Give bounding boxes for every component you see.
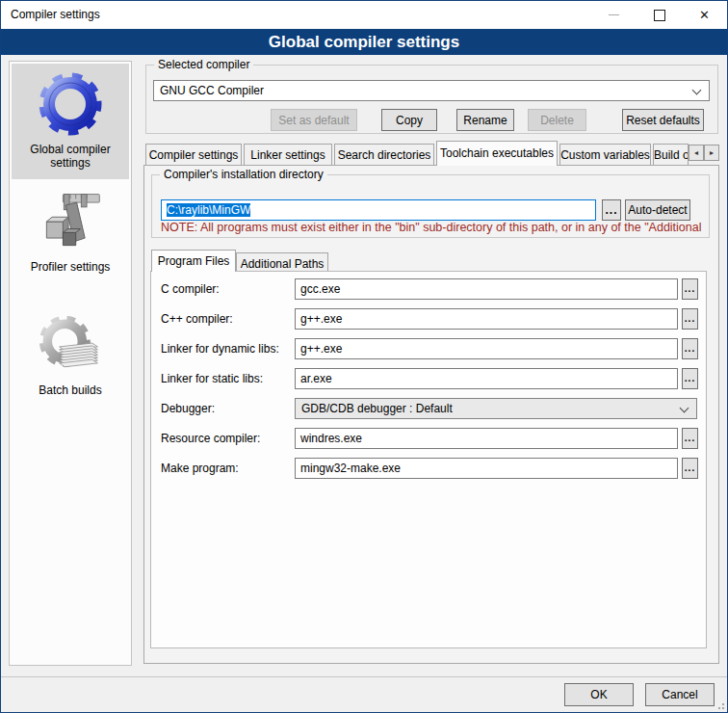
linker-for-dynamic-libs-label: Linker for dynamic libs: — [161, 342, 279, 356]
linker-for-static-libs-input[interactable]: ar.exe — [295, 368, 678, 389]
tab-compiler-settings[interactable]: Compiler settings — [145, 144, 242, 166]
minimize-button[interactable] — [591, 1, 637, 29]
sidebar-item-label: Profiler settings — [12, 258, 129, 276]
linker-for-static-libs-browse-button[interactable]: ... — [682, 368, 698, 389]
tab-toolchain-executables[interactable]: Toolchain executables — [436, 141, 558, 166]
tab-linker-settings[interactable]: Linker settings — [244, 144, 332, 166]
chevron-down-icon — [680, 404, 689, 413]
copy-button[interactable]: Copy — [381, 109, 437, 131]
tab-scroll-left-button[interactable]: ◂ — [689, 145, 704, 161]
tab-search-directories[interactable]: Search directories — [334, 144, 434, 166]
maximize-button[interactable] — [637, 1, 682, 29]
selected-compiler-group-label: Selected compiler — [154, 58, 253, 71]
sidebar-item-label: Batch builds — [12, 382, 129, 399]
c-compiler-label: C compiler: — [161, 282, 220, 296]
compiler-settings-window: Compiler settings ✕ Global compiler sett… — [0, 0, 728, 713]
window-controls: ✕ — [591, 1, 727, 29]
tab-additional-paths[interactable]: Additional Paths — [236, 252, 328, 272]
c-compiler-label: C++ compiler: — [161, 312, 233, 326]
installation-directory-browse-button[interactable]: ... — [602, 199, 621, 221]
set-as-default-button[interactable]: Set as default — [271, 109, 357, 131]
sidebar-item-global-compiler-settings[interactable]: Global compiler settings — [12, 64, 129, 179]
titlebar: Compiler settings ✕ — [1, 1, 727, 29]
sidebar-item-label: Global compiler settings — [12, 141, 129, 172]
compiler-select-value: GNU GCC Compiler — [160, 84, 264, 97]
c-compiler-input[interactable]: gcc.exe — [295, 278, 678, 300]
sidebar-item-profiler-settings[interactable]: Profiler settings — [12, 181, 129, 285]
maximize-icon — [654, 10, 665, 21]
linker-for-dynamic-libs-browse-button[interactable]: ... — [682, 338, 698, 359]
tab-custom-variables[interactable]: Custom variables — [559, 144, 651, 166]
window-title: Compiler settings — [11, 1, 100, 29]
dialog-header-title: Global compiler settings — [269, 33, 459, 52]
minimize-icon — [609, 14, 619, 15]
caliper-icon — [36, 187, 105, 256]
make-program-browse-button[interactable]: ... — [682, 458, 698, 479]
gray-gear-stack-icon — [36, 310, 105, 380]
rename-button[interactable]: Rename — [456, 109, 514, 131]
reset-defaults-button[interactable]: Reset defaults — [622, 109, 704, 131]
auto-detect-button[interactable]: Auto-detect — [625, 199, 690, 221]
chevron-down-icon — [692, 86, 702, 95]
installation-directory-value: C:\raylib\MinGW — [167, 203, 250, 217]
tab-program-files[interactable]: Program Files — [151, 250, 236, 272]
c-compiler-input[interactable]: g++.exe — [295, 308, 678, 330]
linker-for-static-libs-label: Linker for static libs: — [161, 372, 263, 385]
tab-scroll-right-button[interactable]: ▸ — [704, 145, 719, 161]
ok-button[interactable]: OK — [564, 683, 634, 706]
resource-compiler-browse-button[interactable]: ... — [682, 428, 698, 449]
resource-compiler-input[interactable]: windres.exe — [295, 428, 678, 449]
tab-build-options[interactable]: Build options — [653, 144, 689, 166]
compiler-select[interactable]: GNU GCC Compiler — [153, 80, 710, 101]
blue-gear-icon — [36, 69, 105, 139]
c-compiler-browse-button[interactable]: ... — [682, 278, 698, 300]
debugger-value: GDB/CDB debugger : Default — [301, 402, 453, 415]
settings-category-list: Global compiler settings Profiler settin… — [9, 61, 132, 666]
debugger-select[interactable]: GDB/CDB debugger : Default — [295, 398, 697, 419]
footer-divider — [1, 676, 727, 677]
c-compiler-browse-button[interactable]: ... — [682, 308, 698, 330]
make-program-input[interactable]: mingw32-make.exe — [295, 458, 678, 479]
linker-for-dynamic-libs-input[interactable]: g++.exe — [295, 338, 678, 359]
resize-grip-icon[interactable] — [715, 700, 724, 709]
close-icon: ✕ — [699, 9, 710, 21]
bin-subdirectory-note: NOTE: All programs must exist either in … — [161, 221, 708, 234]
arrow-left-icon: ◂ — [694, 148, 698, 157]
delete-button[interactable]: Delete — [528, 109, 586, 131]
debugger-label: Debugger: — [161, 402, 215, 415]
cancel-button[interactable]: Cancel — [645, 683, 715, 706]
make-program-label: Make program: — [161, 462, 239, 475]
arrow-right-icon: ▸ — [710, 148, 714, 157]
sidebar-item-batch-builds[interactable]: Batch builds — [12, 304, 129, 405]
installation-directory-group-label: Compiler's installation directory — [160, 168, 327, 181]
close-button[interactable]: ✕ — [682, 1, 727, 29]
resource-compiler-label: Resource compiler: — [161, 432, 260, 445]
dialog-header: Global compiler settings — [1, 29, 727, 55]
installation-directory-input[interactable]: C:\raylib\MinGW — [161, 199, 596, 221]
